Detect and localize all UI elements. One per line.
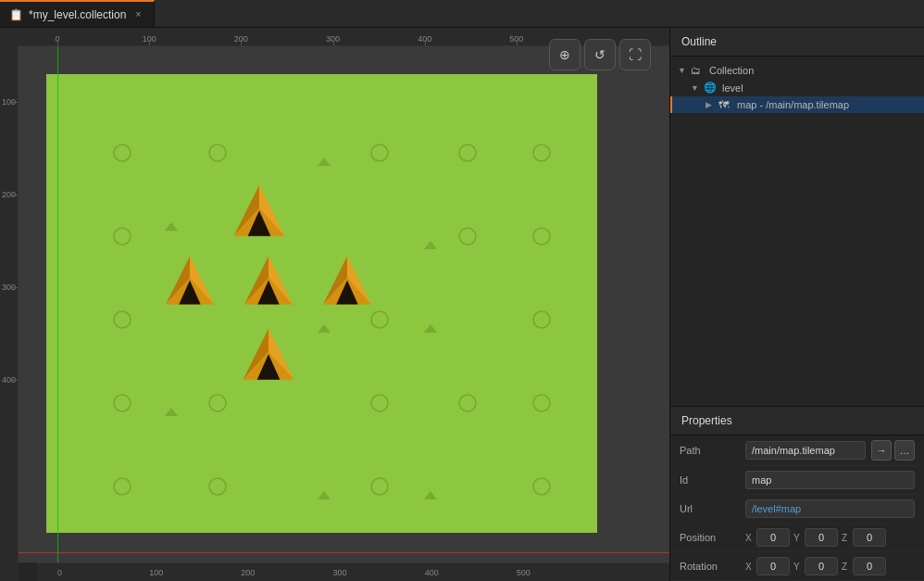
position-z-input[interactable] (853, 528, 886, 547)
svg-point-3 (459, 145, 476, 161)
tab-icon: 📋 (9, 8, 23, 21)
main-layout: ⊕ ↺ ⛶ 0100200300400500 100200300400 (0, 28, 924, 581)
url-value[interactable]: /level#map (745, 499, 915, 518)
ruler-corner (0, 28, 19, 46)
ruler-bottom: 0100200300400500 (37, 562, 669, 581)
path-more-button[interactable]: … (894, 440, 915, 461)
svg-marker-25 (318, 324, 331, 333)
rotation-y-axis: Y (793, 562, 803, 572)
axis-v (57, 46, 58, 562)
svg-marker-26 (424, 324, 437, 333)
rotate-tool-button[interactable]: ↺ (584, 39, 616, 70)
collection-tab[interactable]: 📋 *my_level.collection × (0, 0, 155, 27)
rotation-y-item: Y (793, 557, 838, 575)
canvas-container: 0100200300400500 100200300400 (0, 28, 669, 581)
position-y-input[interactable] (805, 528, 838, 547)
editor-area: ⊕ ↺ ⛶ 0100200300400500 100200300400 (0, 28, 669, 581)
svg-marker-31 (424, 491, 437, 499)
svg-marker-30 (318, 491, 331, 499)
position-y-axis: Y (793, 533, 803, 543)
move-icon: ⊕ (559, 47, 570, 62)
svg-point-2 (371, 145, 388, 161)
id-value[interactable]: map (745, 471, 915, 489)
axis-h (19, 552, 669, 553)
rotation-z-item: Z (842, 557, 886, 575)
position-row: Position X Y Z (670, 524, 924, 552)
svg-point-6 (459, 228, 476, 245)
position-x-input[interactable] (756, 528, 790, 547)
url-row: Url /level#map (670, 495, 924, 524)
svg-point-1 (209, 145, 226, 161)
properties-section: Properties Path /main/map.tilemap → … Id… (670, 407, 924, 581)
svg-point-4 (533, 145, 550, 161)
rotation-z-axis: Z (842, 562, 851, 572)
resize-icon: ⛶ (629, 47, 642, 62)
svg-point-17 (209, 478, 226, 495)
rotation-label: Rotation (680, 561, 740, 572)
svg-point-11 (114, 395, 131, 411)
path-actions: → … (871, 440, 915, 461)
rotation-z-input[interactable] (853, 557, 886, 575)
svg-marker-28 (165, 408, 178, 416)
svg-point-13 (371, 395, 388, 411)
svg-marker-23 (424, 241, 437, 249)
tree-item-map[interactable]: ▶🗺map - /main/map.tilemap (670, 96, 924, 113)
svg-point-10 (533, 311, 550, 328)
svg-point-18 (371, 478, 388, 495)
tab-title: *my_level.collection (29, 8, 126, 21)
ruler-vertical: 100200300400 (0, 46, 19, 562)
outline-header: Outline (670, 28, 924, 57)
svg-marker-20 (318, 158, 331, 166)
tree-item-collection[interactable]: ▼🗂Collection (670, 62, 924, 79)
svg-point-15 (533, 395, 550, 411)
svg-point-9 (371, 311, 388, 328)
tab-bar: 📋 *my_level.collection × (0, 0, 924, 28)
rotation-x-axis: X (745, 562, 755, 572)
svg-point-12 (209, 395, 226, 411)
outline-tree: ▼🗂Collection▼🌐level▶🗺map - /main/map.til… (670, 57, 924, 406)
path-label: Path (680, 445, 740, 456)
game-viewport[interactable] (46, 74, 597, 533)
svg-point-5 (114, 228, 131, 245)
position-z-item: Z (842, 528, 886, 547)
svg-point-19 (533, 478, 550, 495)
editor-toolbar: ⊕ ↺ ⛶ (549, 39, 651, 70)
rotate-icon: ↺ (594, 47, 606, 62)
path-value[interactable]: /main/map.tilemap (745, 441, 866, 460)
rotation-x-item: X (745, 557, 790, 575)
position-x-axis: X (745, 533, 755, 543)
tab-close-button[interactable]: × (131, 8, 144, 21)
position-y-item: Y (793, 528, 838, 547)
rotation-y-input[interactable] (805, 557, 838, 575)
rotation-row: Rotation X Y Z (670, 552, 924, 581)
properties-header: Properties (670, 407, 924, 436)
svg-point-0 (114, 145, 131, 161)
rotation-x-input[interactable] (756, 557, 790, 575)
tree-item-level[interactable]: ▼🌐level (670, 79, 924, 96)
position-z-axis: Z (842, 533, 851, 543)
outline-section: Outline ▼🗂Collection▼🌐level▶🗺map - /main… (670, 28, 924, 407)
canvas-viewport[interactable] (19, 46, 669, 562)
position-coords: X Y Z (745, 528, 915, 547)
svg-point-14 (459, 395, 476, 411)
path-row: Path /main/map.tilemap → … (670, 436, 924, 466)
position-x-item: X (745, 528, 790, 547)
move-tool-button[interactable]: ⊕ (549, 39, 581, 70)
tents-layer (46, 74, 597, 533)
svg-point-8 (114, 311, 131, 328)
svg-marker-22 (165, 222, 178, 231)
id-row: Id map (670, 466, 924, 495)
svg-point-7 (533, 228, 550, 245)
right-panel: Outline ▼🗂Collection▼🌐level▶🗺map - /main… (669, 28, 924, 581)
rotation-coords: X Y Z (745, 557, 915, 575)
svg-point-16 (114, 478, 131, 495)
resize-tool-button[interactable]: ⛶ (619, 39, 651, 70)
url-label: Url (680, 503, 740, 514)
path-goto-button[interactable]: → (871, 440, 892, 461)
position-label: Position (680, 532, 740, 543)
id-label: Id (680, 474, 740, 486)
